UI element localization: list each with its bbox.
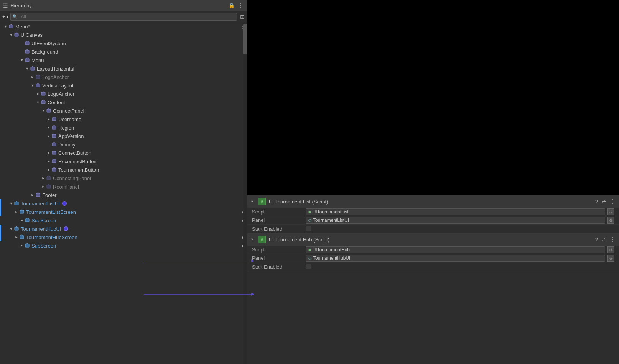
tree-item-connectingpanel[interactable]: ConnectingPanel xyxy=(0,174,247,182)
tree-item-logoanchor1[interactable]: LogoAnchor xyxy=(0,73,247,81)
arrow-menu xyxy=(3,24,8,29)
question-icon-tl[interactable]: ? xyxy=(595,199,598,205)
arrow-uicanvas xyxy=(8,32,14,38)
svg-rect-17 xyxy=(52,160,56,163)
prop-value-panel-tl: ◇ TournamentListUI ◎ xyxy=(306,217,614,224)
svg-rect-5 xyxy=(25,59,29,62)
settings-icon-th[interactable]: ⇌ xyxy=(602,237,606,243)
tree-item-subscreen1[interactable]: SubScreen ► xyxy=(0,216,247,225)
prop-label-start-enabled-tl: Start Enabled xyxy=(252,226,306,232)
component-title-th: UI Tournament Hub (Script) xyxy=(269,237,592,243)
cube-icon-logoanchor2 xyxy=(41,91,46,97)
property-row-panel-tl: Panel ◇ TournamentListUI ◎ xyxy=(247,216,619,225)
select-script-th[interactable]: ◎ xyxy=(607,246,614,253)
tree-item-verticallayout[interactable]: VerticalLayout xyxy=(0,81,247,90)
prop-value-script-tl: ■ UITournamentList ◎ xyxy=(306,208,614,215)
svg-rect-24 xyxy=(25,219,29,222)
gameobject-icon-tl: ◇ xyxy=(308,218,311,223)
panel-value-tl: TournamentListUI xyxy=(313,218,349,223)
svg-rect-16 xyxy=(52,151,56,154)
question-icon-th[interactable]: ? xyxy=(595,237,598,243)
hash-icon-th: # xyxy=(258,236,266,243)
tree-item-connectpanel[interactable]: ConnectPanel xyxy=(0,107,247,115)
tree-item-connectbutton[interactable]: ConnectButton xyxy=(0,149,247,157)
tree-item-dummy[interactable]: Dummy xyxy=(0,140,247,149)
arrow-logoanchor2 xyxy=(35,91,41,97)
label-roompanel: RoomPanel xyxy=(53,184,79,190)
tree-item-menu2[interactable]: Menu xyxy=(0,56,247,64)
label-region: Region xyxy=(58,125,74,131)
tree-item-menu[interactable]: Menu* ⋮ xyxy=(0,22,247,31)
scrollbar-thumb[interactable] xyxy=(243,24,247,54)
tree-item-region[interactable]: Region xyxy=(0,123,247,132)
hierarchy-tree: Menu* ⋮ UICanvas UIEventSystem Backgro xyxy=(0,22,247,364)
prop-label-script-tl: Script xyxy=(252,209,306,215)
checkbox-start-enabled-th[interactable] xyxy=(306,264,311,269)
dot-tournamentlistui xyxy=(62,201,67,206)
checkbox-start-enabled-tl[interactable] xyxy=(306,226,311,231)
label-subscreen2: SubScreen xyxy=(31,243,56,249)
label-tournamentbutton: TournamentButton xyxy=(58,167,99,173)
search-input[interactable] xyxy=(19,13,235,21)
panel-field-tl[interactable]: ◇ TournamentListUI xyxy=(306,217,605,224)
label-reconnectbutton: ReconnectButton xyxy=(58,159,97,164)
tree-item-tournamenthubui[interactable]: TournamentHubUI xyxy=(0,225,247,233)
label-logoanchor2: LogoAnchor xyxy=(48,91,74,97)
more-icon-th[interactable]: ⋮ xyxy=(610,236,616,243)
more-options-icon[interactable]: ⋮ xyxy=(238,2,244,9)
cube-icon-tournamenthubui xyxy=(14,226,19,232)
tree-item-tournamentbutton[interactable]: TournamentButton xyxy=(0,166,247,174)
tree-item-username[interactable]: Username xyxy=(0,115,247,123)
label-menu2: Menu xyxy=(31,57,44,63)
tree-item-tournamentlistui[interactable]: TournamentListUI xyxy=(0,199,247,208)
component-tournament-hub: # UI Tournament Hub (Script) ? ⇌ ⋮ Scrip… xyxy=(247,233,619,271)
component-header-tournament-list[interactable]: # UI Tournament List (Script) ? ⇌ ⋮ xyxy=(247,195,619,208)
settings-icon-tl[interactable]: ⇌ xyxy=(602,199,606,205)
svg-rect-25 xyxy=(15,227,18,230)
label-layouthorizontal: LayoutHorizontal xyxy=(37,66,74,72)
script-field-tl[interactable]: ■ UITournamentList xyxy=(306,208,605,215)
arrow-verticallayout xyxy=(30,83,35,88)
add-button[interactable]: + ▾ xyxy=(2,14,9,20)
prop-value-start-enabled-tl xyxy=(306,226,614,231)
expand-icon[interactable]: ⊡ xyxy=(240,14,245,20)
svg-rect-18 xyxy=(52,168,56,171)
prop-value-panel-th: ◇ TournamentHubUI ◎ xyxy=(306,255,614,262)
tree-item-logoanchor2[interactable]: LogoAnchor xyxy=(0,90,247,98)
tree-item-roompanel[interactable]: RoomPanel xyxy=(0,182,247,191)
tree-item-uieventsystem[interactable]: UIEventSystem xyxy=(0,39,247,48)
arrow-connectpanel xyxy=(41,108,46,113)
select-script-tl[interactable]: ◎ xyxy=(607,208,614,215)
tree-item-footer[interactable]: Footer xyxy=(0,191,247,199)
more-icon-tl[interactable]: ⋮ xyxy=(610,198,616,205)
tree-item-appversion[interactable]: AppVersion xyxy=(0,132,247,140)
prop-label-script-th: Script xyxy=(252,247,306,253)
game-view xyxy=(247,0,619,195)
arrow-menu2 xyxy=(19,57,25,63)
tree-item-tournamentlistscreen[interactable]: TournamentListScreen ► xyxy=(0,208,247,216)
lock-icon[interactable]: 🔒 xyxy=(229,3,235,8)
script-field-th[interactable]: ■ UITournamentHub xyxy=(306,246,605,253)
hierarchy-panel: ☰ Hierarchy 🔒 ⋮ + ▾ 🔍 ⊡ Menu* xyxy=(0,0,247,364)
prop-label-start-enabled-th: Start Enabled xyxy=(252,264,306,270)
tree-item-subscreen2[interactable]: SubScreen ► xyxy=(0,241,247,250)
arrow-tournamenthubui xyxy=(8,226,14,231)
select-panel-tl[interactable]: ◎ xyxy=(607,217,614,224)
component-body-tl: Script ■ UITournamentList ◎ Panel ◇ xyxy=(247,208,619,233)
tree-item-reconnectbutton[interactable]: ReconnectButton xyxy=(0,157,247,166)
tree-item-background[interactable]: Background xyxy=(0,48,247,56)
tree-item-layouthorizontal[interactable]: LayoutHorizontal xyxy=(0,64,247,73)
panel-field-th[interactable]: ◇ TournamentHubUI xyxy=(306,255,605,262)
property-row-start-enabled-th: Start Enabled xyxy=(247,262,619,271)
scrollbar-track[interactable] xyxy=(243,22,247,364)
cube-icon-menu2 xyxy=(25,57,30,64)
component-header-tournament-hub[interactable]: # UI Tournament Hub (Script) ? ⇌ ⋮ xyxy=(247,233,619,246)
select-panel-th[interactable]: ◎ xyxy=(607,255,614,262)
label-verticallayout: VerticalLayout xyxy=(42,83,74,89)
tree-item-tournamenthubscreen[interactable]: TournamentHubScreen ► xyxy=(0,233,247,241)
tree-item-uicanvas[interactable]: UICanvas xyxy=(0,31,247,39)
svg-rect-26 xyxy=(20,236,24,239)
property-row-script-th: Script ■ UITournamentHub ◎ xyxy=(247,246,619,254)
tree-item-content[interactable]: Content xyxy=(0,98,247,107)
label-tournamentlistui: TournamentListUI xyxy=(21,201,60,207)
